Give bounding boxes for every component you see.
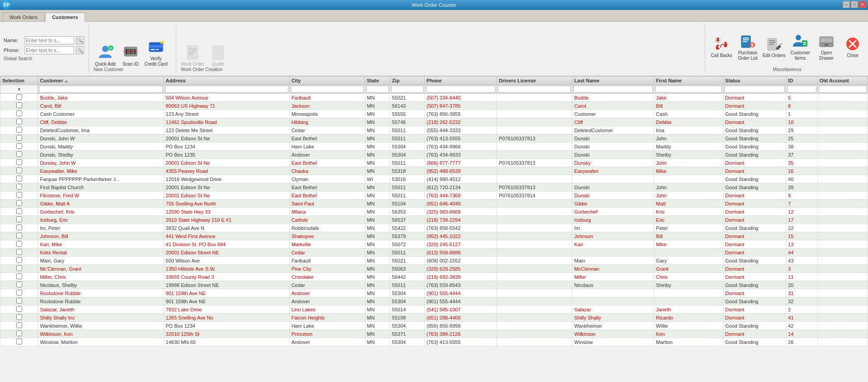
row-checkbox[interactable] <box>16 159 22 165</box>
table-row[interactable]: Flinstone, Fred W 20001 Edison St Ne Eas… <box>0 191 868 200</box>
table-row[interactable]: Main, Gary 500 Wilson Ave Faribault MN 5… <box>0 257 868 265</box>
table-row[interactable]: Gilder, Matt A 755 Snelling Ave North Sa… <box>0 200 868 208</box>
open-drawer-button[interactable]: Open Drawer <box>815 33 838 61</box>
row-checkbox[interactable] <box>16 176 22 181</box>
customer-items-button[interactable]: Customer Items <box>788 33 812 61</box>
row-checkbox[interactable] <box>16 200 22 206</box>
edit-orders-button[interactable]: Edit Orders <box>762 36 786 58</box>
table-row[interactable]: Cliff, Debbie 11461 Spudsville Road Hibb… <box>0 118 868 126</box>
row-checkbox[interactable] <box>16 241 22 247</box>
col-drivers-license[interactable]: Drivers License <box>497 76 572 85</box>
table-row[interactable]: Kirks Rental 20001 Edison Street NE Ceda… <box>0 248 868 257</box>
col-last-name[interactable]: Last Name <box>572 76 654 85</box>
filter-state-input[interactable] <box>366 86 389 93</box>
row-checkbox[interactable] <box>16 224 22 230</box>
filter-dl-input[interactable] <box>498 86 571 93</box>
quote-button[interactable]: " Quote <box>206 44 230 67</box>
table-row[interactable]: Winslow, Marlton 14630 MN-65 Andover MN … <box>0 338 868 346</box>
table-row[interactable]: First Baptist Church 20001 Edison St Ne … <box>0 183 868 191</box>
row-checkbox[interactable] <box>16 94 22 100</box>
row-checkbox[interactable] <box>16 322 22 328</box>
row-checkbox[interactable] <box>16 102 22 108</box>
table-row[interactable]: Iceburg, Eric 2010 State Highway 210 E #… <box>0 216 868 224</box>
filter-id-input[interactable] <box>787 86 816 93</box>
row-checkbox[interactable] <box>16 339 22 344</box>
table-row[interactable]: DeletedCustomer, Ima 123 Delete Me Stree… <box>0 126 868 134</box>
row-checkbox[interactable] <box>16 192 22 198</box>
close-button[interactable]: Close <box>841 36 864 58</box>
filter-phone-input[interactable] <box>426 86 496 93</box>
table-row[interactable]: Mc'Clennan, Grant 1350 Hillside Ave S.W.… <box>0 265 868 273</box>
table-row[interactable]: Wilkinson, Ken 32010 125th St Princeton … <box>0 330 868 338</box>
filter-address-input[interactable] <box>165 86 288 93</box>
col-status[interactable]: Status <box>723 76 786 85</box>
row-checkbox[interactable] <box>16 290 22 296</box>
col-city[interactable]: City <box>289 76 365 85</box>
filter-city-input[interactable] <box>291 86 364 93</box>
name-search-input[interactable] <box>24 36 74 44</box>
table-row[interactable]: Farquar PPPPPPP Parkenfarker J... 12016 … <box>0 175 868 183</box>
col-first-name[interactable]: First Name <box>654 76 723 85</box>
table-row[interactable]: Budde, Jake 504 Wilson Avenue Faribault … <box>0 94 868 102</box>
table-row[interactable]: Rockstone Rubble 901 159th Ave NE Andove… <box>0 289 868 297</box>
quick-add-button[interactable]: + Quick Add <box>94 44 117 67</box>
table-row[interactable]: Miller, Chris 33655 County Road 3 Crossl… <box>0 273 868 281</box>
row-checkbox[interactable] <box>16 167 22 173</box>
call-backs-button[interactable]: Call Backs <box>710 36 733 58</box>
table-row[interactable]: Im, Peter 3832 Quail Ave N Robbinsdale M… <box>0 224 868 232</box>
col-state[interactable]: State <box>365 76 390 85</box>
filter-firstname-input[interactable] <box>655 86 722 93</box>
row-checkbox[interactable] <box>16 208 22 214</box>
row-checkbox[interactable] <box>16 216 22 222</box>
verify-credit-card-button[interactable]: VISA Verify Credit Card <box>144 39 168 67</box>
tab-customers[interactable]: Customers <box>45 13 85 22</box>
col-phone[interactable]: Phone <box>425 76 497 85</box>
filter-customer-input[interactable] <box>39 86 162 93</box>
row-checkbox[interactable] <box>16 249 22 255</box>
row-checkbox[interactable] <box>16 306 22 312</box>
table-row[interactable]: Dunsky, John W 20001 Edison St Ne East B… <box>0 159 868 167</box>
table-row[interactable]: Dunski, John W 20001 Edison St Ne East B… <box>0 134 868 143</box>
row-checkbox[interactable] <box>16 314 22 320</box>
col-old-account[interactable]: Old Account <box>817 76 868 85</box>
phone-search-input[interactable] <box>24 46 74 54</box>
col-customer[interactable]: Customer ▲ <box>38 76 164 85</box>
filter-lastname-input[interactable] <box>573 86 653 93</box>
row-checkbox[interactable] <box>16 265 22 271</box>
table-row[interactable]: Cash Customer 123 Any Street Minneapolis… <box>0 110 868 118</box>
scan-id-button[interactable]: Scan ID <box>119 44 142 67</box>
table-row[interactable]: Salazar, Janeth 7932 Lake Drive Lino Lak… <box>0 306 868 314</box>
row-checkbox[interactable] <box>16 151 22 157</box>
table-row[interactable]: Kari, Mike 41 Division St. PO Box 684 Ma… <box>0 240 868 248</box>
phone-search-button[interactable]: 🔍 <box>76 46 84 54</box>
col-id[interactable]: ID <box>786 76 818 85</box>
filter-oldaccount-input[interactable] <box>819 86 867 93</box>
table-row[interactable]: Wankheimer, Willie PO Box 1234 Ham Lake … <box>0 322 868 330</box>
row-checkbox[interactable] <box>16 298 22 304</box>
row-checkbox[interactable] <box>16 330 22 336</box>
row-checkbox[interactable] <box>16 184 22 190</box>
filter-status-input[interactable] <box>724 86 785 93</box>
name-search-button[interactable]: 🔍 <box>76 36 84 44</box>
minimize-button[interactable]: ─ <box>843 1 850 8</box>
row-checkbox[interactable] <box>16 127 22 133</box>
table-row[interactable]: Easywalter, Mike 4355 Peavey Road Chaska… <box>0 167 868 175</box>
row-checkbox[interactable] <box>16 119 22 124</box>
table-row[interactable]: Nicolaus, Shelby 19998 Edison Street NE … <box>0 281 868 289</box>
row-checkbox[interactable] <box>16 143 22 149</box>
close-window-button[interactable]: ✕ <box>859 1 866 8</box>
col-zip[interactable]: Zip <box>390 76 425 85</box>
filter-zip-input[interactable] <box>391 86 423 93</box>
table-row[interactable]: Gorbechef, Kris 12590 State Hwy 33 Milac… <box>0 208 868 216</box>
restore-button[interactable]: □ <box>851 1 858 8</box>
table-row[interactable]: Shilly Shally Inc 1265 Snelling Ave No F… <box>0 314 868 322</box>
col-address[interactable]: Address <box>164 76 289 85</box>
table-row[interactable]: Dunski, Maddy PO Box 1234 Ham Lake MN 55… <box>0 143 868 151</box>
row-checkbox[interactable] <box>16 273 22 279</box>
row-checkbox[interactable] <box>16 233 22 239</box>
row-checkbox[interactable] <box>16 257 22 263</box>
table-row[interactable]: Rockstone Rubble 901 159th Ave NE Andove… <box>0 297 868 306</box>
table-row[interactable]: Carol, Bill 80063 US Highway 71 Jackson … <box>0 102 868 110</box>
tab-work-orders[interactable]: Work Orders <box>3 12 44 21</box>
table-row[interactable]: Johnson, Bill 441 West First Avenue Shak… <box>0 232 868 240</box>
